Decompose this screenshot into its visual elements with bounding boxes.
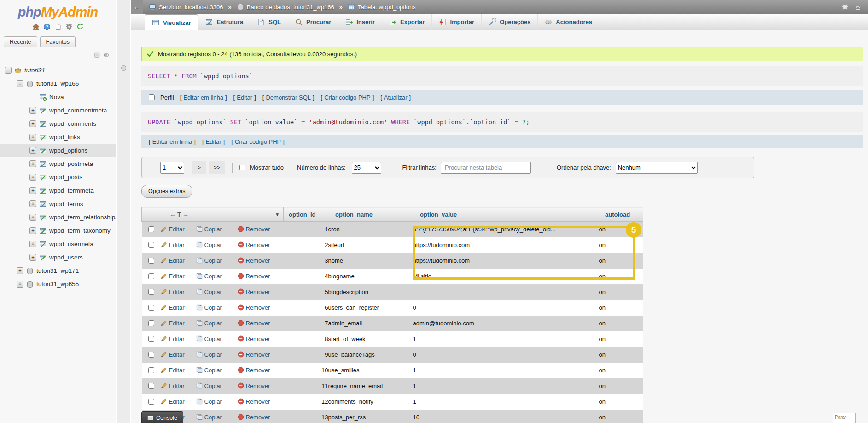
- tree-item[interactable]: + tutori31_wp655: [0, 277, 116, 291]
- recent-button[interactable]: Recente: [4, 36, 37, 47]
- row-checkbox[interactable]: [148, 242, 154, 248]
- row-checkbox[interactable]: [148, 273, 154, 279]
- sql-keyword[interactable]: SELECT: [148, 72, 170, 80]
- tab-operacoes[interactable]: Operações: [481, 14, 537, 30]
- delete-link[interactable]: Remover: [246, 414, 270, 421]
- tree-expander[interactable]: +: [29, 187, 36, 194]
- profiling-checkbox[interactable]: [149, 94, 155, 100]
- tab-procurar[interactable]: Procurar: [288, 14, 338, 30]
- tab-sql[interactable]: SQL: [250, 14, 288, 30]
- query-action-link[interactable]: Editar: [237, 94, 252, 101]
- tree-item[interactable]: + wppd_options: [0, 144, 116, 157]
- delete-link[interactable]: Remover: [246, 304, 270, 311]
- show-all-checkbox[interactable]: [239, 164, 245, 170]
- query-action-link[interactable]: Demonstrar SQL: [266, 94, 311, 101]
- tree-item[interactable]: + wppd_postmeta: [0, 157, 116, 170]
- edit-link[interactable]: Editar: [169, 320, 185, 327]
- delete-link[interactable]: Remover: [246, 241, 270, 248]
- tree-item[interactable]: + wppd_posts: [0, 170, 116, 184]
- copy-link[interactable]: Copiar: [204, 288, 222, 295]
- tree-expander[interactable]: +: [29, 160, 36, 167]
- console-button[interactable]: Console: [141, 411, 183, 423]
- tree-expander[interactable]: +: [17, 281, 23, 288]
- tree-expander[interactable]: -: [17, 80, 23, 87]
- next-page-button[interactable]: >: [192, 161, 206, 174]
- tree-expander[interactable]: +: [29, 107, 36, 114]
- extra-options-button[interactable]: Opções extras: [141, 185, 192, 198]
- filter-input[interactable]: [441, 162, 531, 174]
- delete-link[interactable]: Remover: [246, 367, 270, 374]
- edit-link[interactable]: Editar: [169, 257, 185, 264]
- tree-expander[interactable]: +: [29, 174, 36, 181]
- tree-item[interactable]: - tutori31_wp166: [0, 77, 116, 90]
- edit-link[interactable]: Editar: [169, 351, 185, 358]
- tree-expander[interactable]: +: [29, 147, 36, 154]
- last-page-button[interactable]: >>: [209, 161, 225, 174]
- favorites-button[interactable]: Favoritos: [40, 36, 76, 47]
- delete-link[interactable]: Remover: [246, 351, 270, 358]
- breadcrumb-database[interactable]: Banco de dados: tutori31_wp166: [237, 3, 334, 11]
- sort-dropdown-icon[interactable]: ▼: [275, 212, 280, 217]
- breadcrumb-server[interactable]: Servidor: localhost:3306: [149, 3, 223, 11]
- refresh-icon[interactable]: [76, 23, 84, 30]
- sort-key-select[interactable]: Nenhum: [616, 162, 698, 174]
- row-checkbox[interactable]: [148, 305, 154, 311]
- rows-count-select[interactable]: 25: [352, 162, 381, 174]
- row-checkbox[interactable]: [148, 336, 154, 342]
- edit-link[interactable]: Editar: [169, 382, 185, 389]
- sql-keyword[interactable]: UPDATE: [148, 118, 170, 126]
- tree-item[interactable]: + wppd_termmeta: [0, 184, 116, 197]
- edit-link[interactable]: Editar: [169, 304, 185, 311]
- tree-item[interactable]: + wppd_term_relationships: [0, 211, 116, 224]
- tab-visualizar[interactable]: Visualizar: [145, 14, 198, 30]
- tree-item[interactable]: + tutori31_wp171: [0, 264, 116, 277]
- tree-expander[interactable]: +: [29, 134, 36, 141]
- row-checkbox[interactable]: [148, 399, 154, 405]
- tree-expander[interactable]: -: [5, 67, 12, 74]
- tree-item[interactable]: + wppd_links: [0, 130, 116, 144]
- column-header-autoload[interactable]: autoload: [599, 207, 643, 222]
- copy-link[interactable]: Copiar: [204, 304, 222, 311]
- copy-link[interactable]: Copiar: [204, 367, 222, 374]
- edit-link[interactable]: Editar: [169, 335, 185, 342]
- page-select[interactable]: 1: [160, 162, 184, 174]
- link-panel-icon[interactable]: [103, 52, 109, 58]
- tree-item[interactable]: - tutori31: [0, 64, 116, 77]
- row-checkbox[interactable]: [148, 383, 154, 389]
- tree-item[interactable]: + wppd_terms: [0, 197, 116, 211]
- tab-estrutura[interactable]: Estrutura: [198, 14, 250, 30]
- delete-link[interactable]: Remover: [246, 257, 270, 264]
- expand-window-icon[interactable]: [854, 3, 862, 11]
- tab-acionadores[interactable]: Acionadores: [537, 14, 599, 30]
- delete-link[interactable]: Remover: [246, 273, 270, 280]
- collapse-all-icon[interactable]: [94, 52, 100, 58]
- home-icon[interactable]: [32, 23, 40, 30]
- query-action-link[interactable]: Editar: [206, 138, 221, 145]
- row-checkbox[interactable]: [148, 320, 154, 326]
- delete-link[interactable]: Remover: [246, 226, 270, 233]
- tree-item[interactable]: + wppd_term_taxonomy: [0, 224, 116, 237]
- settings-gear-icon[interactable]: [841, 3, 849, 11]
- panel-divider[interactable]: [117, 0, 130, 423]
- column-header-option-id[interactable]: option_id: [284, 207, 328, 222]
- tree-expander[interactable]: +: [17, 267, 23, 274]
- right-arrow-icon[interactable]: →: [182, 211, 189, 218]
- tree-item[interactable]: + wppd_users: [0, 251, 116, 264]
- panel-resize-handle[interactable]: [121, 65, 126, 70]
- query-action-link[interactable]: Criar código PHP: [235, 138, 281, 145]
- tree-item[interactable]: + wppd_usermeta: [0, 237, 116, 251]
- copy-link[interactable]: Copiar: [204, 257, 222, 264]
- copy-link[interactable]: Copiar: [204, 414, 222, 421]
- tree-expander[interactable]: +: [29, 241, 36, 247]
- delete-link[interactable]: Remover: [246, 382, 270, 389]
- gear-icon[interactable]: [65, 23, 73, 30]
- delete-link[interactable]: Remover: [246, 335, 270, 342]
- copy-link[interactable]: Copiar: [204, 335, 222, 342]
- row-checkbox[interactable]: [148, 367, 154, 373]
- row-checkbox[interactable]: [148, 352, 154, 358]
- row-checkbox[interactable]: [148, 289, 154, 295]
- copy-link[interactable]: Copiar: [204, 351, 222, 358]
- tree-item[interactable]: + wppd_comments: [0, 117, 116, 130]
- tree-item[interactable]: Nova: [0, 90, 116, 104]
- copy-link[interactable]: Copiar: [204, 398, 222, 405]
